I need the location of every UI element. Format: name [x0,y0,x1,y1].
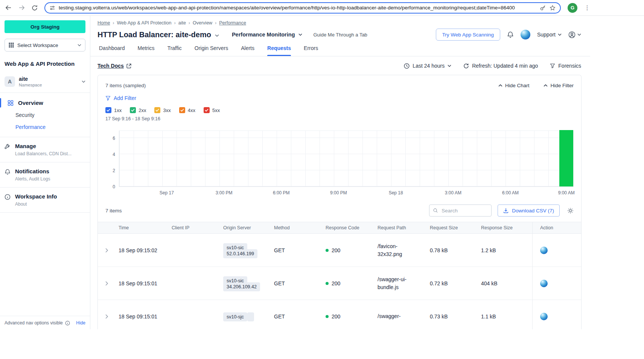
workspace-select[interactable]: Select Workspace [5,39,85,52]
guide-me-link[interactable]: Guide Me Through a Tab [314,32,367,38]
row-expander-icon[interactable] [98,267,119,300]
filter-5xx[interactable]: 5xx [204,107,220,113]
sidebar-item-manage[interactable]: Manage Load Balancers, CDN Dist... [0,137,90,162]
sidebar-item-overview[interactable]: Overview [0,97,90,109]
notifications-bell-icon[interactable] [507,31,514,38]
forward-icon[interactable] [18,5,25,11]
checkbox-2xx[interactable] [130,107,136,113]
chevron-up-icon [498,84,502,87]
x-tick: Sep 17 [160,190,174,195]
search-box[interactable] [429,204,492,217]
browser-profile-avatar[interactable]: G [568,3,577,13]
x-tick: 6:00 PM [273,190,290,195]
org-staging-button[interactable]: Org Staging [5,20,85,33]
chevron-down-icon[interactable] [215,34,219,37]
filter-2xx[interactable]: 2xx [130,107,146,113]
breadcrumb-overview[interactable]: Overview [193,20,212,26]
filter-1xx[interactable]: 1xx [105,107,122,113]
row-expander-icon[interactable] [98,300,119,329]
col-time: Time [119,225,172,230]
breadcrumb-waap[interactable]: Web App & API Protection [117,20,172,26]
refresh-button[interactable]: Refresh: Updated 4 min ago [463,63,538,69]
time-range-label: Last 24 hours [413,63,445,69]
chart-bar-2xx[interactable] [559,130,573,186]
tab-metrics[interactable]: Metrics [138,45,155,56]
checkbox-5xx[interactable] [204,107,210,113]
try-web-app-scanning-button[interactable]: Try Web App Scanning [436,29,500,41]
password-key-icon[interactable] [540,5,546,11]
table-row[interactable]: 18 Sep 09:15:02 sv10-sjc 52.0.146.199 GE… [98,234,581,267]
checkbox-4xx[interactable] [179,107,185,113]
f5-sphere-logo[interactable] [521,30,530,39]
add-filter-button[interactable]: Add Filter [105,95,136,101]
monitoring-select-label: Performance Monitoring [232,32,295,38]
row-expander-icon[interactable] [98,234,119,267]
origin-ip-chip[interactable]: 34.206.109.42 [223,282,260,291]
filter-4xx[interactable]: 4xx [179,107,195,113]
origin-ip-chip[interactable]: 52.0.146.199 [223,249,257,258]
url-text[interactable]: testing.staging.volterra.us/web/workspac… [59,5,536,11]
tab-traffic[interactable]: Traffic [167,45,182,56]
site-settings-icon[interactable] [50,5,55,11]
x-tick: 3:00 AM [445,190,461,195]
cell-time: 18 Sep 09:15:02 [119,247,172,253]
namespace-selector[interactable]: A aite Namespace [0,73,90,93]
col-method: Method [274,225,326,230]
tab-requests[interactable]: Requests [267,45,291,56]
cell-response-code: 200 [332,247,340,253]
advanced-nav-text: Advanced nav options visible [5,320,63,326]
sidebar-item-notifications[interactable]: Notifications Alerts, Audit Logs [0,162,90,188]
download-icon [503,208,509,213]
tab-origin-servers[interactable]: Origin Servers [195,45,228,56]
support-menu[interactable]: Support [537,32,562,38]
search-input[interactable] [441,208,487,214]
table-settings-gear-icon[interactable] [567,208,574,214]
breadcrumb-home[interactable]: Home [97,20,110,26]
account-menu[interactable] [568,31,581,38]
funnel-icon [105,95,111,101]
cell-method: GET [274,247,326,253]
tab-errors[interactable]: Errors [304,45,318,56]
bookmark-star-icon[interactable] [550,5,556,11]
chevron-down-icon [448,65,451,67]
hide-filter-label: Hide Filter [550,83,574,88]
back-icon[interactable] [5,5,12,11]
breadcrumb-namespace[interactable]: aite [178,20,186,26]
app-window: Org Staging Select Workspace Web App & A… [0,16,644,329]
filter-2xx-label: 2xx [139,108,146,113]
origin-ip-chip[interactable] [247,312,254,321]
origin-server-chip[interactable]: sv10-sjc [223,312,247,321]
address-bar[interactable]: testing.staging.volterra.us/web/workspac… [44,2,561,14]
tech-docs-link[interactable]: Tech Docs [97,63,131,69]
site-sphere-icon[interactable] [540,280,548,287]
forensics-button[interactable]: Forensics [550,63,581,69]
browser-menu-icon[interactable]: ⋮ [584,5,590,11]
sidebar-item-security[interactable]: Security [0,109,90,121]
breadcrumb-performance[interactable]: Performance [219,20,246,26]
cell-method: GET [274,280,326,286]
tab-dashboard[interactable]: Dashboard [99,45,125,56]
reload-icon[interactable] [32,5,38,11]
items-sampled-count: 7 items (sampled) [105,83,146,88]
tab-alerts[interactable]: Alerts [241,45,254,56]
col-request-size: Request Size [430,225,481,230]
cell-request-path: /swagger- [378,312,430,320]
hide-chart-toggle[interactable]: Hide Chart [498,83,530,88]
time-range-select[interactable]: Last 24 hours [404,63,451,69]
workspace-info-subtitle: About [15,201,57,207]
checkbox-1xx[interactable] [105,107,111,113]
workspace-grid-icon [9,42,14,48]
hide-advanced-nav-link[interactable]: Hide [76,320,85,326]
table-row[interactable]: 18 Sep 09:15:01 sv10-sjc 34.206.109.42 G… [98,267,581,300]
checkbox-3xx[interactable] [154,107,160,113]
table-row[interactable]: 18 Sep 09:15:01 sv10-sjc GET 200 /swagge… [98,300,581,329]
status-filter-row: 1xx 2xx 3xx 4xx 5xx [105,107,574,113]
sidebar-item-performance[interactable]: Performance [0,121,90,133]
site-sphere-icon[interactable] [540,313,548,320]
hide-filter-toggle[interactable]: Hide Filter [544,83,574,88]
monitoring-select[interactable]: Performance Monitoring [232,32,302,38]
sidebar-item-workspace-info[interactable]: Workspace Info About [0,188,90,213]
filter-3xx[interactable]: 3xx [154,107,171,113]
site-sphere-icon[interactable] [540,247,548,254]
download-csv-button[interactable]: Download CSV (7) [498,204,560,217]
